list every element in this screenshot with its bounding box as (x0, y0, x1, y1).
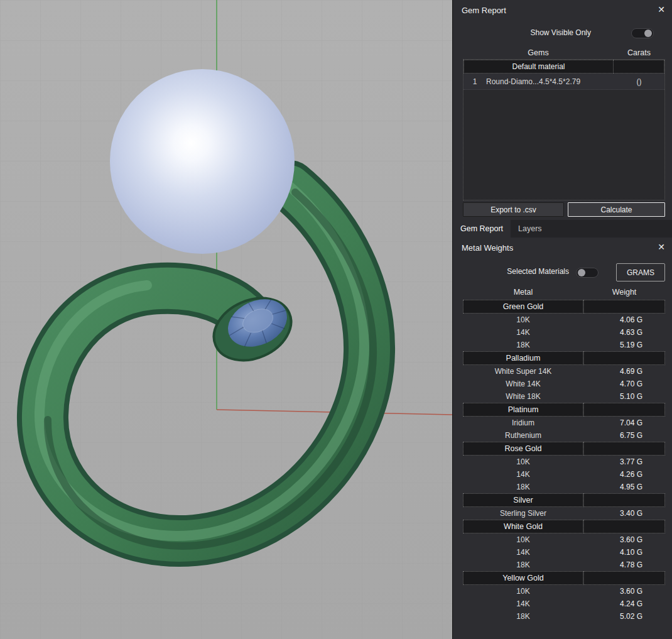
metal-row[interactable]: Iridium7.04 G (463, 417, 665, 429)
selected-materials-label: Selected Materials (465, 267, 569, 276)
metal-weights-title: Metal Weights (462, 243, 513, 253)
gem-report-title: Gem Report (462, 6, 506, 15)
calculate-button[interactable]: Calculate (568, 202, 665, 217)
metal-row[interactable]: 18K4.95 G (463, 481, 665, 493)
metal-group-header: Rose Gold (463, 442, 665, 456)
metal-row-weight: 4.78 G (583, 560, 665, 569)
3d-viewport[interactable] (0, 0, 452, 639)
metal-row-weight: 5.19 G (583, 341, 665, 349)
metal-row-weight: 3.60 G (583, 535, 665, 544)
metal-group-weight-cell (583, 493, 665, 507)
metal-group-name: White Gold (463, 520, 583, 533)
metal-row-weight: 6.75 G (583, 431, 665, 440)
gem-group-header-carats-cell (614, 60, 664, 74)
metal-row-name: 18K (463, 560, 583, 569)
metal-row-name: 10K (463, 457, 583, 466)
export-csv-button[interactable]: Export to .csv (463, 202, 564, 217)
gem-row-carats: () (614, 77, 664, 86)
metal-weights-panel: Metal Weights ✕ Selected Materials GRAMS… (453, 238, 672, 639)
metal-row[interactable]: 10K3.60 G (463, 585, 665, 598)
gem-table-body: 1Round-Diamo...4.5*4.5*2.79() (463, 74, 664, 90)
metal-row[interactable]: White Super 14K4.69 G (463, 365, 665, 378)
metal-row[interactable]: Ruthenium6.75 G (463, 429, 665, 442)
pearl-sphere[interactable] (110, 69, 295, 254)
metal-group-weight-cell (583, 442, 665, 456)
metal-row-name: 18K (463, 483, 583, 491)
metal-row-name: Ruthenium (463, 431, 583, 440)
metal-row-weight: 4.26 G (583, 470, 665, 479)
gems-column-header: Gems (463, 48, 614, 57)
metal-row-name: 10K (463, 535, 583, 544)
metal-row-weight: 5.02 G (583, 612, 665, 621)
metal-group-header: Platinum (463, 403, 665, 417)
metal-row[interactable]: 14K4.10 G (463, 546, 665, 559)
metal-row[interactable]: 14K4.24 G (463, 598, 665, 610)
show-visible-only-label: Show Visible Only (490, 28, 591, 37)
metal-row-weight: 5.10 G (583, 392, 665, 401)
metal-row-name: 14K (463, 470, 583, 479)
metal-table-body: Green Gold10K4.06 G14K4.63 G18K5.19 GPal… (463, 300, 665, 636)
metal-group-name: Rose Gold (463, 442, 583, 456)
tab-gem-report[interactable]: Gem Report (453, 220, 511, 238)
metal-group-weight-cell (583, 571, 665, 585)
metal-row-name: White 14K (463, 380, 583, 388)
metal-group-name: Palladium (463, 351, 583, 365)
close-icon[interactable]: ✕ (658, 4, 665, 14)
metal-row[interactable]: White 18K5.10 G (463, 390, 665, 403)
metal-row-weight: 3.77 G (583, 457, 665, 466)
carats-column-header: Carats (613, 48, 665, 57)
metal-row-weight: 4.69 G (583, 367, 665, 376)
metal-group-weight-cell (583, 403, 665, 417)
tab-layers[interactable]: Layers (511, 220, 550, 238)
metal-row-weight: 4.70 G (583, 380, 665, 388)
metal-group-header: Yellow Gold (463, 571, 665, 585)
metal-row-name: White Super 14K (463, 367, 583, 376)
metal-group-name: Platinum (463, 403, 583, 417)
close-icon[interactable]: ✕ (658, 242, 665, 252)
metal-row-weight: 4.06 G (583, 315, 665, 324)
gem-table: Default material 1Round-Diamo...4.5*4.5*… (463, 59, 665, 200)
metal-group-header: Green Gold (463, 300, 665, 314)
metal-row[interactable]: 14K4.63 G (463, 326, 665, 339)
gem-table-row[interactable]: 1Round-Diamo...4.5*4.5*2.79() (463, 74, 664, 90)
metal-row[interactable]: 18K5.19 G (463, 339, 665, 351)
weight-column-header: Weight (583, 288, 665, 297)
metal-row-weight: 4.24 G (583, 599, 665, 608)
gem-row-name: Round-Diamo... (486, 77, 539, 86)
metal-row-name: 18K (463, 341, 583, 349)
gem-row-size: 4.5*4.5*2.79 (539, 77, 614, 86)
metal-group-weight-cell (583, 520, 665, 533)
gem-group-header-label: Default material (463, 60, 614, 74)
metal-row-weight: 7.04 G (583, 418, 665, 427)
metal-row[interactable]: 18K5.02 G (463, 610, 665, 623)
metal-row[interactable]: 10K4.06 G (463, 314, 665, 326)
metal-row[interactable]: 14K4.26 G (463, 468, 665, 481)
metal-group-name: Silver (463, 493, 583, 507)
metal-row-name: 14K (463, 548, 583, 557)
metal-row[interactable]: White 14K4.70 G (463, 378, 665, 390)
metal-row-name: 10K (463, 315, 583, 324)
gem-group-header: Default material (463, 60, 664, 74)
toggle-knob (578, 269, 585, 276)
metal-row-weight: 4.10 G (583, 548, 665, 557)
metal-group-weight-cell (583, 300, 665, 314)
show-visible-only-toggle[interactable] (631, 28, 654, 38)
metal-group-header: Silver (463, 493, 665, 507)
metal-row-weight: 3.40 G (583, 509, 665, 518)
metal-group-name: Green Gold (463, 300, 583, 314)
metal-column-header: Metal (463, 288, 583, 297)
metal-row[interactable]: 10K3.60 G (463, 533, 665, 546)
grams-button[interactable]: GRAMS (616, 263, 665, 281)
side-panel-area: Gem Report ✕ Show Visible Only Gems Cara… (452, 0, 672, 639)
metal-row[interactable]: 10K3.77 G (463, 456, 665, 468)
selected-materials-toggle[interactable] (576, 268, 599, 278)
metal-row-name: 18K (463, 612, 583, 621)
metal-row-name: 10K (463, 587, 583, 596)
metal-row[interactable]: Sterling Silver3.40 G (463, 507, 665, 520)
gem-report-panel: Gem Report ✕ Show Visible Only Gems Cara… (453, 0, 672, 220)
metal-group-header: White Gold (463, 520, 665, 533)
app-window: Gem Report ✕ Show Visible Only Gems Cara… (0, 0, 672, 639)
metal-group-name: Yellow Gold (463, 571, 583, 585)
metal-row[interactable]: 18K4.78 G (463, 559, 665, 571)
metal-row-weight: 3.60 G (583, 587, 665, 596)
